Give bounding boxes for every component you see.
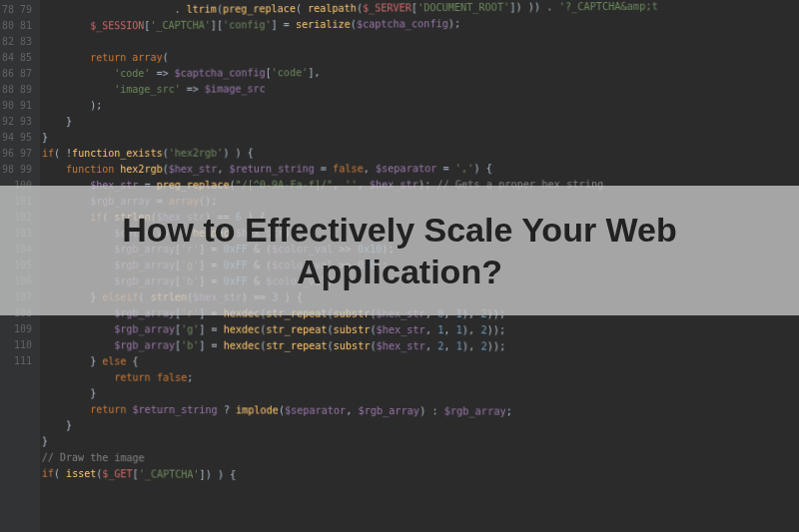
- title-overlay-banner: How to Effectively Scale Your Web Applic…: [0, 186, 799, 315]
- article-title: How to Effectively Scale Your Web Applic…: [40, 209, 759, 293]
